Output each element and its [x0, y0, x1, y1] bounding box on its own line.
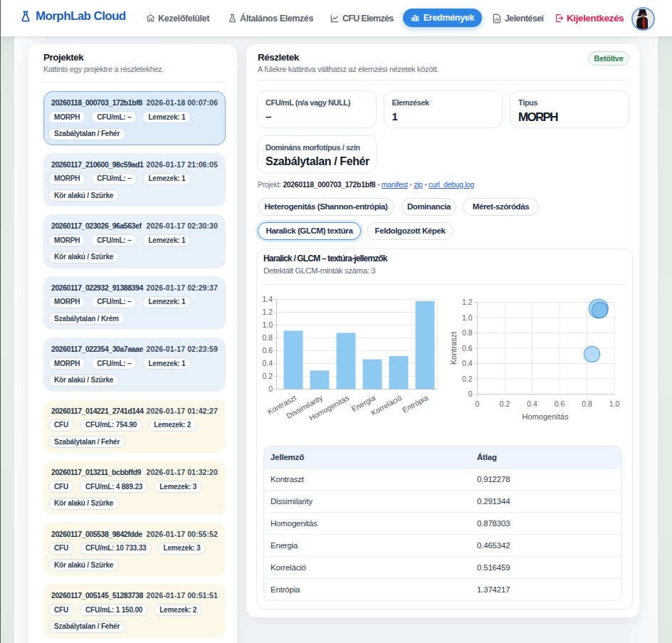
- svg-text:1.2: 1.2: [262, 308, 273, 316]
- svg-text:0.8: 0.8: [462, 328, 473, 337]
- svg-text:Homogenitás: Homogenitás: [523, 412, 569, 421]
- svg-text:Entrópia: Entrópia: [401, 393, 429, 414]
- svg-text:1.0: 1.0: [462, 313, 473, 322]
- svg-text:0.4: 0.4: [462, 359, 473, 367]
- svg-text:0.2: 0.2: [262, 372, 273, 380]
- svg-text:1.4: 1.4: [262, 295, 273, 303]
- svg-text:1.0: 1.0: [262, 320, 273, 329]
- svg-text:0.2: 0.2: [500, 399, 510, 408]
- svg-text:0: 0: [476, 399, 480, 408]
- svg-text:1.2: 1.2: [462, 298, 473, 306]
- svg-text:0.6: 0.6: [462, 344, 473, 352]
- svg-text:0.6: 0.6: [262, 346, 273, 355]
- svg-text:0.8: 0.8: [262, 333, 273, 342]
- svg-text:0.4: 0.4: [262, 359, 273, 367]
- svg-text:0: 0: [268, 385, 273, 393]
- svg-text:0.4: 0.4: [527, 399, 537, 408]
- svg-text:1.0: 1.0: [609, 399, 620, 408]
- svg-text:Kontraszt: Kontraszt: [449, 332, 458, 365]
- svg-text:0.6: 0.6: [555, 399, 565, 408]
- svg-text:0: 0: [468, 390, 473, 398]
- svg-text:0.8: 0.8: [582, 399, 592, 408]
- svg-text:0.2: 0.2: [462, 375, 473, 383]
